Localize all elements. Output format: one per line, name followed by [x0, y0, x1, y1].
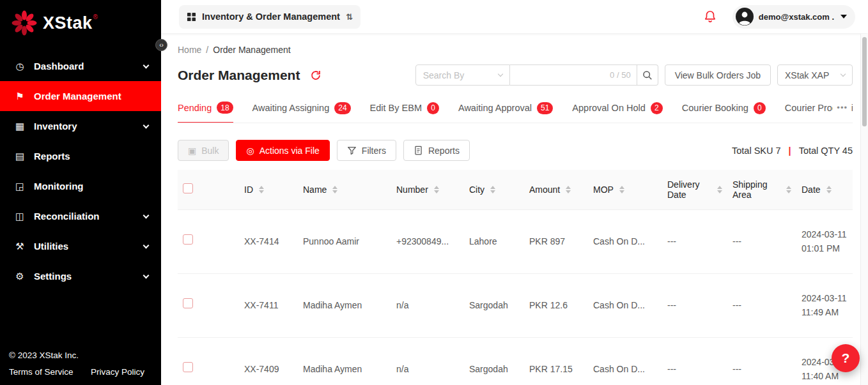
table-row[interactable]: XX-7409 Madiha Aymen n/a Sargodah PKR 17…: [178, 337, 853, 385]
search-button[interactable]: [637, 64, 658, 86]
view-bulk-orders-button[interactable]: View Bulk Orders Job: [665, 64, 771, 86]
totals-summary: Total SKU 7 | Total QTY 45: [732, 146, 853, 156]
tab-awaiting-assigning[interactable]: Awaiting Assigning 24: [252, 102, 351, 123]
sort-icon[interactable]: [259, 186, 264, 193]
tab-approval-on-hold[interactable]: Approval On Hold 2: [572, 102, 662, 123]
cell-mop: Cash On D...: [588, 337, 662, 385]
sidebar-item-inventory[interactable]: ▦ Inventory: [0, 111, 161, 141]
scrollbar[interactable]: [860, 34, 868, 385]
sort-icon[interactable]: [786, 186, 791, 193]
avatar: [736, 8, 754, 26]
sidebar-item-label: Dashboard: [34, 61, 136, 72]
sidebar-collapse-button[interactable]: ‹›: [155, 39, 167, 51]
copyright-text: © 2023 XStak Inc.: [9, 351, 152, 360]
char-counter: 0 / 50: [610, 70, 631, 80]
cell-date: 2024-03-11 01:01 PM: [796, 209, 853, 273]
bulk-button-label: Bulk: [201, 146, 219, 156]
reports-icon: ▤: [14, 151, 26, 162]
sort-icon[interactable]: [717, 186, 722, 193]
sort-vertical-icon: ⇅: [346, 12, 353, 22]
cell-amount: PKR 17.15: [524, 337, 588, 385]
column-header-name: Name: [303, 185, 327, 195]
sidebar-item-label: Settings: [34, 271, 136, 282]
column-header-id: ID: [244, 185, 253, 195]
search-input[interactable]: [516, 70, 606, 80]
tab-count-badge: 0: [427, 102, 439, 114]
filter-icon: [347, 146, 357, 155]
cell-date: 2024-03-11 11:49 AM: [796, 273, 853, 337]
privacy-policy-link[interactable]: Privacy Policy: [91, 367, 144, 377]
tab-count-badge: 51: [537, 102, 553, 114]
tabs-overflow-button[interactable]: •••: [833, 102, 851, 114]
tab-count-badge: 0: [754, 102, 766, 114]
grid-icon: [187, 12, 196, 22]
tab-edit-by-ebm[interactable]: Edit By EBM 0: [370, 102, 439, 123]
utilities-icon: ⚒: [14, 241, 26, 252]
monitoring-icon: ◲: [14, 181, 26, 192]
sort-icon[interactable]: [826, 186, 832, 193]
sidebar-item-label: Order Management: [34, 91, 148, 102]
totals-divider: |: [789, 146, 791, 156]
row-checkbox[interactable]: [183, 362, 193, 372]
tab-courier-booking[interactable]: Courier Booking 0: [682, 102, 766, 123]
cell-city: Sargodah: [464, 337, 524, 385]
sidebar-item-monitoring[interactable]: ◲ Monitoring: [0, 171, 161, 201]
breadcrumb-home[interactable]: Home: [178, 45, 201, 55]
breadcrumb-separator: /: [206, 45, 208, 55]
title-row: Order Management Search By: [178, 64, 853, 86]
help-button-label: ?: [842, 351, 850, 366]
tab-awaiting-approval[interactable]: Awaiting Approval 51: [458, 102, 553, 123]
scrollbar-thumb[interactable]: [862, 37, 867, 126]
sort-icon[interactable]: [332, 186, 337, 193]
topbar: Inventory & Order Management ⇅ demo@xsta…: [161, 0, 868, 33]
reports-button[interactable]: Reports: [403, 140, 470, 161]
chevron-down-icon: [143, 122, 150, 128]
bulk-button[interactable]: ▣ Bulk: [178, 140, 229, 161]
user-menu[interactable]: demo@xstak.com .: [732, 5, 855, 29]
caret-down-icon: [841, 15, 847, 19]
refresh-button[interactable]: [310, 70, 322, 81]
orders-table: ID Name Number City Amount MOP Delivery …: [178, 170, 853, 385]
help-button[interactable]: ?: [832, 344, 860, 372]
logo[interactable]: XStak®: [0, 0, 161, 36]
filters-button-label: Filters: [362, 146, 386, 156]
actions-via-file-button[interactable]: ◎ Actions via File: [236, 140, 329, 161]
sidebar-item-label: Utilities: [34, 241, 136, 252]
sidebar-item-reports[interactable]: ▤ Reports: [0, 141, 161, 171]
row-checkbox[interactable]: [183, 298, 193, 308]
sort-icon[interactable]: [490, 186, 495, 193]
app-switcher[interactable]: Inventory & Order Management ⇅: [179, 5, 360, 29]
search-by-select[interactable]: Search By: [415, 64, 510, 86]
sort-icon[interactable]: [566, 186, 571, 193]
cell-number: n/a: [391, 337, 464, 385]
sidebar-item-reconciliation[interactable]: ◫ Reconciliation: [0, 201, 161, 231]
sidebar-item-dashboard[interactable]: ◷ Dashboard: [0, 51, 161, 81]
expand-column-header: [207, 170, 239, 209]
sidebar-menu: ◷ Dashboard ⚑ Order Management ▦ Invento…: [0, 51, 161, 291]
registered-mark: ®: [93, 13, 98, 20]
terms-of-service-link[interactable]: Terms of Service: [9, 367, 74, 377]
column-header-mop: MOP: [593, 185, 614, 195]
filters-button[interactable]: Filters: [337, 140, 396, 161]
table-row[interactable]: XX-7414 Punnoo Aamir +92300849... Lahore…: [178, 209, 853, 273]
sidebar-item-utilities[interactable]: ⚒ Utilities: [0, 231, 161, 261]
sort-icon[interactable]: [434, 186, 439, 193]
tab-label: Edit By EBM: [370, 103, 422, 113]
cell-delivery-date: ---: [662, 273, 727, 337]
chevron-down-icon: [143, 242, 150, 248]
select-all-checkbox[interactable]: [183, 183, 193, 193]
total-qty: Total QTY 45: [799, 146, 853, 156]
table-row[interactable]: XX-7411 Madiha Aymen n/a Sargodah PKR 12…: [178, 273, 853, 337]
cell-name: Punnoo Aamir: [298, 209, 391, 273]
sidebar-item-order-management[interactable]: ⚑ Order Management: [0, 81, 161, 111]
tab-label: Awaiting Approval: [458, 103, 532, 113]
xap-select-value: XStak XAP: [785, 70, 829, 80]
notification-bell-button[interactable]: [703, 10, 717, 24]
xap-select[interactable]: XStak XAP: [777, 64, 853, 86]
cell-id: XX-7409: [239, 337, 298, 385]
tab-pending[interactable]: Pending 18: [178, 102, 233, 123]
sidebar-item-settings[interactable]: ⚙ Settings: [0, 261, 161, 291]
sort-icon[interactable]: [619, 186, 624, 193]
orders-icon: ⚑: [14, 91, 26, 102]
row-checkbox[interactable]: [183, 234, 193, 245]
